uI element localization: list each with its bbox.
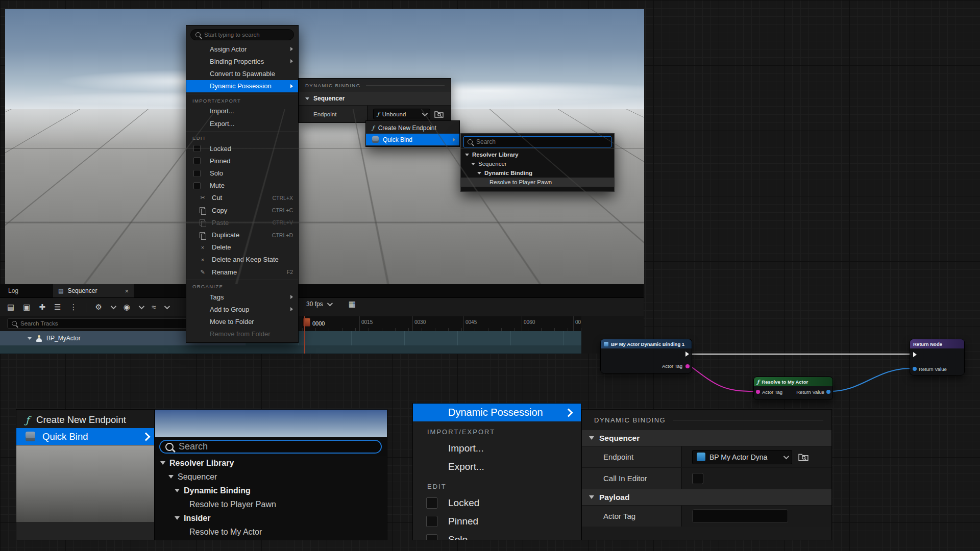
actor-tag-input-pin[interactable] xyxy=(756,390,760,394)
actor-tag-input[interactable] xyxy=(692,509,788,523)
node-resolve-to-my-actor[interactable]: ƒ Resolve to My Actor Actor Tag Return V… xyxy=(753,377,833,400)
timeline-range-band[interactable] xyxy=(0,345,581,354)
menu-item-solo[interactable]: Solo xyxy=(186,167,298,180)
return-value-output-pin[interactable] xyxy=(826,390,830,394)
label: Locked xyxy=(448,497,479,509)
browse-icon[interactable] xyxy=(434,110,444,118)
menu-item-export[interactable]: Export... xyxy=(413,458,581,476)
locked-checkbox[interactable] xyxy=(426,497,437,509)
tab-sequencer[interactable]: ▤ Sequencer × xyxy=(53,284,134,297)
menu-item-create-new-endpoint[interactable]: ƒ Create New Endpoint xyxy=(366,122,459,134)
menu-item-cut[interactable]: ✂CutCTRL+X xyxy=(186,192,298,204)
tree-item-dynamic-binding[interactable]: Dynamic Binding xyxy=(461,168,614,178)
menu-item-solo[interactable]: Solo xyxy=(413,531,581,540)
pinned-checkbox[interactable] xyxy=(193,157,201,164)
tree-item-resolve-to-my-actor[interactable]: Resolve to My Actor xyxy=(155,525,387,539)
tree-item-resolver-library[interactable]: Resolver Library xyxy=(155,456,387,470)
tree-item-resolver-library[interactable]: Resolver Library xyxy=(461,150,614,159)
create-camera-icon[interactable]: ▣ xyxy=(23,303,30,311)
menu-item-mute[interactable]: Mute xyxy=(186,180,298,192)
outliner-columns-icon[interactable]: ☰ xyxy=(54,303,61,311)
menu-item-dynamic-possession[interactable]: Dynamic Possession xyxy=(413,404,581,421)
menu-item-import[interactable]: Import... xyxy=(186,105,298,117)
menu-item-dynamic-possession[interactable]: Dynamic Possession xyxy=(186,80,298,92)
collapse-triangle-icon[interactable] xyxy=(465,154,469,156)
menu-item-quick-bind[interactable]: Quick Bind xyxy=(366,134,459,145)
pinned-checkbox[interactable] xyxy=(426,516,437,527)
menu-item-convert-to-spawnable[interactable]: Convert to Spawnable xyxy=(186,67,298,80)
call-in-editor-checkbox[interactable] xyxy=(692,473,703,484)
ruler-tick xyxy=(463,316,464,331)
exec-input-pin[interactable] xyxy=(913,352,917,357)
menu-search-input[interactable]: Start typing to search xyxy=(190,29,294,40)
menu-item-quick-bind[interactable]: Quick Bind xyxy=(16,428,154,445)
menu-item-pinned[interactable]: Pinned xyxy=(413,512,581,531)
playhead-line[interactable] xyxy=(304,316,305,354)
menu-item-delete[interactable]: ×Delete xyxy=(186,241,298,254)
time-ruler[interactable]: 0000 0015 0030 0045 0060 00 xyxy=(302,316,581,331)
tree-item-sequencer[interactable]: Sequencer xyxy=(155,470,387,484)
node-dynamic-binding[interactable]: BP My Actor Dynamic Binding 1 Actor Tag xyxy=(600,339,692,373)
menu-item-add-to-group[interactable]: Add to Group xyxy=(186,303,298,315)
node-return[interactable]: Return Node Return Value xyxy=(910,339,965,375)
endpoint-dropdown[interactable]: ƒ Unbound xyxy=(373,109,430,119)
endpoint-dropdown[interactable]: BP My Actor Dyna xyxy=(692,450,792,464)
tree-item-insider[interactable]: Insider xyxy=(155,511,387,525)
more-options-icon[interactable]: ⋮ xyxy=(69,303,77,311)
menu-item-export[interactable]: Export... xyxy=(186,117,298,130)
quick-bind-search-input[interactable]: Search xyxy=(159,440,382,454)
sequencer-section-row[interactable]: Sequencer xyxy=(582,430,831,446)
curve-editor-icon[interactable]: ▦ xyxy=(349,300,356,308)
collapse-triangle-icon[interactable] xyxy=(305,97,309,100)
menu-item-binding-properties[interactable]: Binding Properties xyxy=(186,55,298,67)
add-track-icon[interactable]: ✚ xyxy=(39,303,45,311)
save-icon[interactable]: ▤ xyxy=(7,303,14,311)
playback-options-icon[interactable]: ≈ xyxy=(152,303,156,311)
payload-section-row[interactable]: Payload xyxy=(582,489,831,505)
tab-log[interactable]: Log xyxy=(0,284,57,297)
view-options-eye-icon[interactable]: ◉ xyxy=(124,303,130,311)
tree-item-resolve-to-player-pawn[interactable]: Resolve to Player Pawn xyxy=(155,497,387,511)
collapse-triangle-icon[interactable] xyxy=(589,495,594,499)
menu-item-duplicate[interactable]: DuplicateCTRL+D xyxy=(186,229,298,241)
menu-item-rename[interactable]: ✎RenameF2 xyxy=(186,266,298,278)
menu-item-move-to-folder[interactable]: Move to Folder xyxy=(186,316,298,328)
solo-checkbox[interactable] xyxy=(193,170,201,177)
menu-item-import[interactable]: Import... xyxy=(413,439,581,458)
sequencer-section-row[interactable]: Sequencer xyxy=(299,92,451,105)
actor-tag-output-pin[interactable] xyxy=(685,364,690,368)
collapse-triangle-icon[interactable] xyxy=(471,163,475,165)
mute-checkbox[interactable] xyxy=(193,182,201,189)
browse-icon[interactable] xyxy=(798,453,808,462)
menu-item-create-new-endpoint[interactable]: ƒ Create New Endpoint xyxy=(16,411,154,428)
collapse-triangle-icon[interactable] xyxy=(589,436,594,440)
menu-item-tags[interactable]: Tags xyxy=(186,291,298,303)
collapse-triangle-icon[interactable] xyxy=(175,516,180,520)
label: Quick Bind xyxy=(383,136,412,143)
exec-output-pin[interactable] xyxy=(685,352,689,357)
expand-triangle-icon[interactable] xyxy=(28,337,32,340)
solo-checkbox[interactable] xyxy=(426,534,437,540)
label: Rename xyxy=(212,268,237,276)
actions-gear-icon[interactable]: ⚙ xyxy=(95,303,102,311)
function-icon: ƒ xyxy=(377,111,379,117)
tree-item-sequencer[interactable]: Sequencer xyxy=(461,159,614,168)
collapse-triangle-icon[interactable] xyxy=(168,475,174,479)
collapse-triangle-icon[interactable] xyxy=(477,172,481,174)
quick-bind-search-input[interactable]: Search xyxy=(463,136,611,147)
collapse-triangle-icon[interactable] xyxy=(160,461,165,465)
menu-item-locked[interactable]: Locked xyxy=(186,142,298,155)
menu-item-locked[interactable]: Locked xyxy=(413,494,581,512)
locked-checkbox[interactable] xyxy=(193,145,201,152)
tab-close-icon[interactable]: × xyxy=(125,287,129,295)
menu-item-copy[interactable]: CopyCTRL+C xyxy=(186,204,298,216)
menu-item-assign-actor[interactable]: Assign Actor xyxy=(186,43,298,55)
menu-item-pinned[interactable]: Pinned xyxy=(186,155,298,167)
tree-item-resolve-to-player-pawn[interactable]: Resolve to Player Pawn xyxy=(461,178,614,187)
fps-dropdown[interactable]: 30 fps ▦ xyxy=(306,300,356,308)
collapse-triangle-icon[interactable] xyxy=(175,489,180,492)
dynamic-binding-details-panel: DYNAMIC BINDING Sequencer Endpoint BP My… xyxy=(581,409,832,540)
menu-item-delete-keep-state[interactable]: ×Delete and Keep State xyxy=(186,254,298,266)
tree-item-dynamic-binding[interactable]: Dynamic Binding xyxy=(155,484,387,497)
return-value-input-pin[interactable] xyxy=(913,367,917,371)
